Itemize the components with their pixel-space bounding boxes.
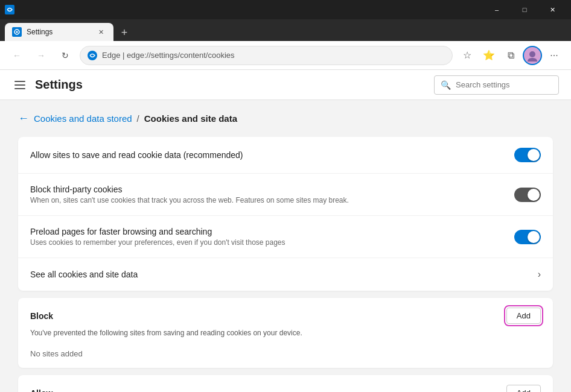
toggle-track-block-third-party[interactable] xyxy=(514,188,541,202)
back-button[interactable]: ← xyxy=(7,46,27,65)
setting-see-all-content: See all cookies and site data xyxy=(30,270,538,279)
refresh-button[interactable]: ↻ xyxy=(56,46,75,65)
new-tab-button[interactable]: + xyxy=(116,24,133,41)
block-title: Block xyxy=(30,311,53,321)
setting-preload-label: Preload pages for faster browsing and se… xyxy=(30,227,514,236)
search-settings-wrap[interactable]: 🔍 xyxy=(434,75,559,95)
block-empty-text: No sites added xyxy=(18,344,553,368)
title-bar-favicon xyxy=(5,5,14,14)
block-header: Block Add xyxy=(18,298,553,329)
favorites-button[interactable]: ⭐ xyxy=(479,46,499,65)
toggle-thumb-block-third-party xyxy=(528,189,540,201)
address-bar: ← → ↻ Edge | edge://settings/content/coo… xyxy=(0,41,571,70)
title-bar: – □ ✕ xyxy=(0,0,571,19)
address-separator: | xyxy=(123,51,127,60)
address-text: Edge | edge://settings/content/cookies xyxy=(102,51,445,60)
svg-point-2 xyxy=(88,51,97,60)
allow-title: Allow xyxy=(30,388,53,393)
setting-row-see-all[interactable]: See all cookies and site data › xyxy=(18,258,553,291)
setting-preload-desc: Uses cookies to remember your preference… xyxy=(30,238,514,247)
main-content: ← Cookies and data stored / Cookies and … xyxy=(0,100,571,392)
allow-section: Allow Add The following sites can save c… xyxy=(18,375,553,392)
breadcrumb-current: Cookies and site data xyxy=(144,113,237,124)
breadcrumb-parent-link[interactable]: Cookies and data stored xyxy=(34,113,132,124)
settings-title: Settings xyxy=(35,78,83,92)
settings-card: Allow sites to save and read cookie data… xyxy=(18,137,553,291)
block-desc: You've prevented the following sites fro… xyxy=(18,329,553,344)
setting-row-block-third-party: Block third-party cookies When on, sites… xyxy=(18,174,553,216)
address-url: edge://settings/content/cookies xyxy=(127,51,235,60)
allow-add-button[interactable]: Add xyxy=(506,385,541,392)
star-button[interactable]: ☆ xyxy=(458,46,477,65)
chevron-right-icon: › xyxy=(538,269,541,280)
forward-button[interactable]: → xyxy=(31,46,51,65)
hamburger-line-1 xyxy=(14,81,25,82)
hamburger-line-2 xyxy=(14,84,25,86)
settings-header: Settings 🔍 xyxy=(0,70,571,100)
toggle-track-allow-cookies[interactable] xyxy=(514,148,541,162)
hamburger-menu[interactable] xyxy=(12,78,28,92)
setting-row-preload: Preload pages for faster browsing and se… xyxy=(18,216,553,258)
address-favicon xyxy=(88,51,97,60)
search-icon: 🔍 xyxy=(441,80,451,90)
settings-tab[interactable]: Settings ✕ xyxy=(5,23,113,41)
setting-row-allow-cookies: Allow sites to save and read cookie data… xyxy=(18,137,553,174)
title-bar-buttons: – □ ✕ xyxy=(483,0,566,19)
setting-block-third-party-content: Block third-party cookies When on, sites… xyxy=(30,185,514,204)
setting-block-third-party-desc: When on, sites can't use cookies that tr… xyxy=(30,196,514,204)
toggle-block-third-party[interactable] xyxy=(514,188,541,202)
search-settings-input[interactable] xyxy=(456,80,552,89)
toggle-thumb-allow-cookies xyxy=(528,149,540,161)
split-screen-button[interactable]: ⧉ xyxy=(501,46,520,65)
toggle-track-preload[interactable] xyxy=(514,230,541,244)
edge-label: Edge xyxy=(102,51,120,60)
tab-title: Settings xyxy=(27,28,91,36)
setting-allow-cookies-label: Allow sites to save and read cookie data… xyxy=(30,150,514,160)
toggle-preload[interactable] xyxy=(514,230,541,244)
block-section: Block Add You've prevented the following… xyxy=(18,298,553,368)
setting-allow-cookies-content: Allow sites to save and read cookie data… xyxy=(30,150,514,160)
hamburger-line-3 xyxy=(14,88,25,89)
setting-see-all-label: See all cookies and site data xyxy=(30,270,538,279)
tab-close-button[interactable]: ✕ xyxy=(95,27,106,37)
toggle-allow-cookies[interactable] xyxy=(514,148,541,162)
toolbar-icons: ☆ ⭐ ⧉ ··· xyxy=(458,46,564,65)
maximize-button[interactable]: □ xyxy=(511,0,538,19)
toggle-thumb-preload xyxy=(528,231,540,243)
setting-block-third-party-label: Block third-party cookies xyxy=(30,185,514,194)
breadcrumb: ← Cookies and data stored / Cookies and … xyxy=(18,112,553,125)
svg-point-3 xyxy=(529,51,535,57)
address-bar-input[interactable]: Edge | edge://settings/content/cookies xyxy=(80,46,453,65)
tab-bar: Settings ✕ + xyxy=(0,19,571,41)
tab-favicon xyxy=(12,27,22,37)
setting-preload-content: Preload pages for faster browsing and se… xyxy=(30,227,514,247)
settings-title-wrap: Settings xyxy=(12,78,83,92)
back-arrow-link[interactable]: ← xyxy=(18,112,29,125)
breadcrumb-separator: / xyxy=(137,113,139,124)
more-button[interactable]: ··· xyxy=(544,46,564,65)
allow-header: Allow Add xyxy=(18,375,553,392)
close-button[interactable]: ✕ xyxy=(538,0,566,19)
minimize-button[interactable]: – xyxy=(483,0,511,19)
block-add-button[interactable]: Add xyxy=(506,308,541,324)
profile-button[interactable] xyxy=(523,46,542,65)
